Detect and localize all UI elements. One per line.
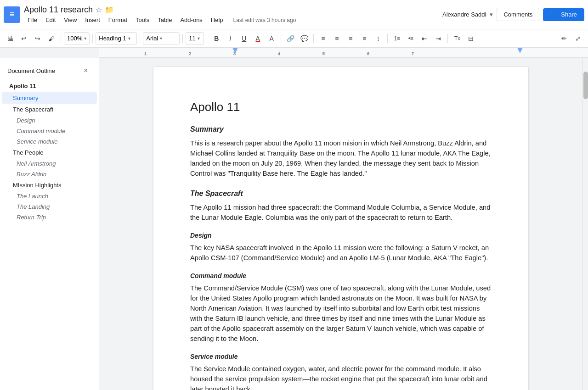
outline-item-buzz[interactable]: Buzz Aldrin bbox=[2, 169, 97, 179]
section-body-design: The key NASA spacecraft involved in the … bbox=[190, 243, 492, 263]
increase-indent-button[interactable]: ⇥ bbox=[432, 32, 445, 45]
font-dropdown-arrow: ▾ bbox=[160, 36, 162, 41]
outline-item-command-module[interactable]: Command module bbox=[2, 126, 97, 136]
link-button[interactable]: 🔗 bbox=[284, 32, 297, 45]
menu-addons[interactable]: Add-ons bbox=[176, 16, 206, 24]
menu-bar: File Edit View Insert Format Tools Table… bbox=[24, 16, 442, 24]
share-icon: 👤 bbox=[550, 11, 558, 18]
bullet-list-button[interactable]: •≡ bbox=[404, 32, 417, 45]
toolbar-divider-2 bbox=[92, 34, 93, 43]
toolbar-divider-6 bbox=[281, 34, 281, 43]
toolbar-divider-4 bbox=[182, 34, 183, 43]
outline-item-mission-highlights[interactable]: MIssion Highlights bbox=[2, 179, 97, 191]
top-right-actions: Alexandre Saddi ▾ Comments 👤 Share bbox=[442, 8, 584, 21]
print-button[interactable]: 🖶 bbox=[4, 32, 17, 45]
comments-button[interactable]: Comments bbox=[497, 8, 539, 21]
app-menu-icon[interactable]: ≡ bbox=[4, 6, 20, 23]
outline-item-people[interactable]: The People bbox=[2, 147, 97, 158]
section-heading-design: Design bbox=[190, 232, 492, 239]
doc-title[interactable]: Apollo 11 research bbox=[24, 5, 93, 15]
document-area[interactable]: Apollo 11 Summary This is a research pap… bbox=[99, 58, 582, 390]
align-justify-button[interactable]: ≡ bbox=[358, 32, 371, 45]
heading-style-dropdown[interactable]: Heading 1 ▾ bbox=[96, 32, 137, 45]
undo-button[interactable]: ↩ bbox=[17, 32, 30, 45]
last-edit-status: Last edit was 3 hours ago bbox=[233, 17, 296, 23]
outline-item-apollo11[interactable]: Apollo 11 bbox=[2, 80, 97, 92]
sidebar-header: Document Outline × bbox=[0, 61, 99, 80]
paint-format-button[interactable]: 🖌 bbox=[45, 32, 58, 45]
svg-text:6: 6 bbox=[367, 51, 369, 56]
outline-item-return[interactable]: Return Trip bbox=[2, 212, 97, 223]
outline-item-neil[interactable]: Neil Armstrong bbox=[2, 158, 97, 169]
section-heading-summary: Summary bbox=[190, 125, 492, 134]
decrease-indent-button[interactable]: ⇤ bbox=[418, 32, 431, 45]
svg-text:1: 1 bbox=[144, 51, 147, 56]
heading-style-value: Heading 1 bbox=[99, 35, 126, 42]
svg-text:2: 2 bbox=[189, 51, 191, 56]
font-size-dropdown-arrow: ▾ bbox=[198, 36, 200, 41]
share-label: Share bbox=[561, 11, 577, 18]
sidebar-title: Document Outline bbox=[7, 67, 55, 74]
comment-button[interactable]: 💬 bbox=[298, 32, 311, 45]
outline-item-service-module[interactable]: Service module bbox=[2, 136, 97, 147]
bold-button[interactable]: B bbox=[210, 32, 223, 45]
align-right-button[interactable]: ≡ bbox=[344, 32, 357, 45]
align-left-button[interactable]: ≡ bbox=[317, 32, 329, 45]
user-name: Alexandre Saddi bbox=[442, 11, 486, 18]
svg-text:5: 5 bbox=[322, 51, 325, 56]
pen-mode-button[interactable]: ✏ bbox=[558, 32, 571, 45]
font-value: Arial bbox=[146, 35, 158, 42]
toolbar-divider-9 bbox=[447, 34, 448, 43]
menu-help[interactable]: Help bbox=[207, 16, 227, 24]
numbered-list-button[interactable]: 1≡ bbox=[390, 32, 403, 45]
menu-table[interactable]: Table bbox=[154, 16, 175, 24]
folder-icon[interactable]: 📁 bbox=[105, 6, 114, 14]
outline-item-summary[interactable]: Summary bbox=[2, 92, 97, 104]
highlight-color-button[interactable]: A bbox=[265, 32, 278, 45]
line-spacing-button[interactable]: ↕ bbox=[372, 32, 384, 45]
menu-view[interactable]: View bbox=[60, 16, 80, 24]
outline-item-launch[interactable]: The Launch bbox=[2, 191, 97, 201]
section-body-spacecraft: The Apollo 11 mission had three spacecra… bbox=[190, 202, 492, 223]
doc-title-area: Apollo 11 research ☆ 📁 File Edit View In… bbox=[24, 5, 442, 24]
outline-item-design[interactable]: Design bbox=[2, 115, 97, 126]
doc-title-row: Apollo 11 research ☆ 📁 bbox=[24, 5, 442, 15]
document-page[interactable]: Apollo 11 Summary This is a research pap… bbox=[153, 67, 528, 390]
underline-button[interactable]: U bbox=[237, 32, 250, 45]
share-button[interactable]: 👤 Share bbox=[543, 8, 584, 21]
zoom-dropdown-arrow: ▾ bbox=[84, 36, 86, 41]
more-format-button[interactable]: ⊟ bbox=[464, 32, 477, 45]
sidebar-close-button[interactable]: × bbox=[80, 65, 91, 76]
toolbar-divider-3 bbox=[140, 34, 140, 43]
redo-button[interactable]: ↪ bbox=[31, 32, 44, 45]
italic-button[interactable]: I bbox=[224, 32, 237, 45]
menu-edit[interactable]: Edit bbox=[42, 16, 59, 24]
outline-item-landing[interactable]: The Landing bbox=[2, 201, 97, 212]
menu-insert[interactable]: Insert bbox=[81, 16, 104, 24]
clear-format-button[interactable]: Tx bbox=[451, 32, 464, 45]
zoom-value: 100% bbox=[67, 35, 82, 42]
star-icon[interactable]: ☆ bbox=[96, 6, 102, 14]
collapse-toolbar-button[interactable]: ⤢ bbox=[571, 32, 584, 45]
toolbar-divider-8 bbox=[387, 34, 388, 43]
align-center-button[interactable]: ≡ bbox=[330, 32, 343, 45]
outline-item-spacecraft[interactable]: The Spacecraft bbox=[2, 104, 97, 115]
font-size-dropdown[interactable]: 11 ▾ bbox=[186, 32, 204, 45]
menu-tools[interactable]: Tools bbox=[132, 16, 153, 24]
section-heading-spacecraft: The Spacecraft bbox=[190, 189, 492, 198]
zoom-dropdown[interactable]: 100% ▾ bbox=[64, 32, 90, 45]
ruler-svg: 1 2 3 4 5 6 7 bbox=[99, 48, 588, 58]
svg-rect-0 bbox=[99, 48, 588, 58]
scrollbar-thumb[interactable] bbox=[583, 72, 588, 99]
section-heading-service-module: Service module bbox=[190, 353, 492, 360]
user-dropdown-arrow[interactable]: ▾ bbox=[490, 11, 493, 18]
toolbar: 🖶 ↩ ↪ 🖌 100% ▾ Heading 1 ▾ Arial ▾ 11 ▾ … bbox=[0, 29, 588, 48]
toolbar-divider-1 bbox=[61, 34, 61, 43]
menu-format[interactable]: Format bbox=[105, 16, 131, 24]
section-heading-command-module: Command module bbox=[190, 272, 492, 279]
vertical-scrollbar[interactable] bbox=[582, 58, 588, 390]
font-dropdown[interactable]: Arial ▾ bbox=[143, 32, 180, 45]
menu-file[interactable]: File bbox=[24, 16, 41, 24]
text-color-button[interactable]: A bbox=[251, 32, 264, 45]
section-body-command-module: The Command/Service Module (CSM) was one… bbox=[190, 283, 492, 344]
